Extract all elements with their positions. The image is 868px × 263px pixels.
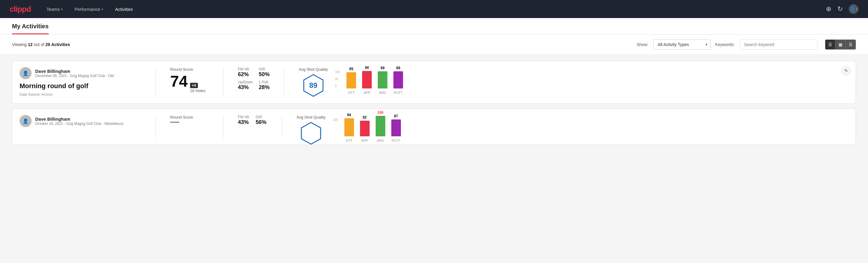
card-stats: FW Hit 43% GIR 56% [233, 115, 272, 125]
avatar-initial: 👤 [23, 70, 29, 76]
stat-gir: GIR 56% [256, 115, 268, 125]
viewing-count: 12 [28, 42, 33, 47]
bar-app: 82 APP [360, 115, 370, 142]
user-info: Dave Billingham October 16, 2021 - Gog M… [35, 116, 124, 126]
bar-rect [362, 71, 372, 88]
page-header: My Activities [0, 18, 868, 35]
y-label-0: 0 [335, 85, 340, 88]
bar-value: 106 [377, 111, 383, 115]
bar-arg: 106 ARG [376, 111, 385, 142]
stat-value: 56% [256, 119, 268, 125]
stat-label: GIR [259, 67, 270, 71]
y-axis-labels: 100 50 0 [335, 70, 340, 88]
page-title: My Activities [12, 23, 49, 34]
card-score: Round Score 74 +4 18 Holes [165, 67, 214, 93]
avatar-initial: 👤 [23, 118, 29, 124]
stat-value: 50% [259, 71, 270, 78]
add-icon[interactable]: ⊕ [826, 5, 831, 13]
navbar: clippd Teams ▾ Performance ▾ Activities … [0, 0, 868, 18]
card-left: 👤 Dave Billingham December 05, 2021 - Go… [20, 67, 146, 96]
search-input[interactable] [740, 39, 818, 50]
show-label: Show: [637, 42, 648, 47]
stat-fw-hit: FW Hit 43% [238, 115, 250, 125]
navbar-right: ⊕ ↻ 👤 ▾ [826, 4, 858, 14]
view-toggles: ☰ ▦ ☰ [825, 39, 856, 50]
user-date: December 05, 2021 - Gog Magog Golf Club … [35, 74, 114, 78]
stat-label: 1 Putt [259, 80, 270, 84]
bar-value: 94 [347, 113, 351, 117]
bar-label: APP [362, 139, 368, 142]
grid-icon: ▦ [839, 42, 842, 47]
bar-value: 89 [380, 66, 384, 70]
bar-putt: 87 PUTT [391, 114, 401, 142]
stat-value: 28% [259, 84, 270, 91]
bar-rect [346, 72, 356, 88]
avg-shot-quality-label: Avg Shot Quality [299, 67, 328, 71]
chevron-down-icon: ▾ [61, 7, 63, 11]
avatar-icon: 👤 [850, 6, 856, 12]
bar-label: PUTT [392, 139, 400, 142]
bar-value: 87 [394, 114, 398, 118]
bar-rect [360, 121, 370, 136]
nav-teams[interactable]: Teams ▾ [45, 7, 64, 12]
y-label-100: 100 [333, 118, 338, 122]
bar-rect [391, 119, 401, 136]
card-left: 👤 Dave Billingham October 16, 2021 - Gog… [20, 115, 146, 130]
stat-value: 43% [238, 119, 250, 125]
bar-label: OTT [348, 91, 354, 94]
bar-label: PUTT [394, 91, 403, 94]
bar-value: 82 [363, 115, 367, 119]
avatar: 👤 [20, 115, 32, 127]
hexagon: 89 [301, 74, 326, 97]
chevron-down-icon: ▾ [102, 7, 103, 11]
viewing-prefix: Viewing [12, 42, 27, 47]
stat-label: GIR [256, 115, 268, 119]
card-score: Round Score [165, 115, 214, 122]
stat-value: 62% [238, 71, 253, 78]
bar-label: OTT [346, 139, 352, 142]
divider [223, 67, 223, 97]
hexagon [299, 121, 323, 145]
stat-value: 43% [238, 84, 253, 91]
nav-activities-label: Activities [115, 7, 133, 12]
keywords-label: Keywords: [715, 42, 735, 47]
bar-rect [394, 71, 403, 88]
round-score-label: Round Score [170, 67, 209, 71]
user-row: 👤 Dave Billingham December 05, 2021 - Go… [20, 67, 146, 79]
bar-label: ARG [379, 91, 386, 94]
filter-bar: Viewing 12 out of 29 Activities Show: Al… [0, 35, 868, 55]
logo: clippd [10, 4, 31, 14]
stat-label: FW Hit [238, 115, 250, 119]
bar-label: APP [364, 91, 370, 94]
hexagon-score: 89 [309, 81, 317, 90]
bar-rect [344, 118, 354, 136]
bar-value: 90 [365, 66, 369, 70]
hexagon-wrapper: Avg Shot Quality 89 [299, 67, 328, 97]
stat-fw-hit: FW Hit 62% [238, 67, 253, 78]
list-icon: ☰ [828, 42, 832, 47]
user-avatar-menu[interactable]: 👤 ▾ [849, 4, 858, 14]
bar-label: ARG [377, 139, 384, 142]
edit-button[interactable]: ✎ [841, 66, 851, 76]
nav-performance[interactable]: Performance ▾ [73, 7, 104, 12]
nav-activities[interactable]: Activities [114, 7, 134, 12]
viewing-suffix: Activities [52, 42, 70, 47]
view-list-button[interactable]: ☰ [825, 40, 836, 49]
activity-title: Morning round of golf [20, 82, 146, 90]
divider [155, 67, 156, 97]
view-grid-button[interactable]: ▦ [836, 40, 846, 49]
bars-row: 94 OTT 82 APP 106 ARG 8 [342, 118, 403, 142]
stat-label: Up/Down [238, 80, 253, 84]
bar-rect [376, 116, 385, 136]
score-value-row: 74 +4 18 Holes [170, 74, 209, 93]
activity-type-select-wrapper[interactable]: All Activity Types Round Practice ▾ [653, 39, 710, 50]
bar-value: 89 [396, 66, 400, 70]
activity-type-select[interactable]: All Activity Types Round Practice [653, 39, 710, 50]
view-compact-button[interactable]: ☰ [846, 40, 856, 49]
refresh-icon[interactable]: ↻ [837, 5, 843, 13]
user-name: Dave Billingham [35, 116, 124, 122]
score-big: 74 [170, 74, 188, 89]
divider [223, 115, 223, 139]
card-quality: Avg Shot Quality 89 100 50 0 [294, 67, 848, 97]
nav-performance-label: Performance [74, 7, 100, 12]
